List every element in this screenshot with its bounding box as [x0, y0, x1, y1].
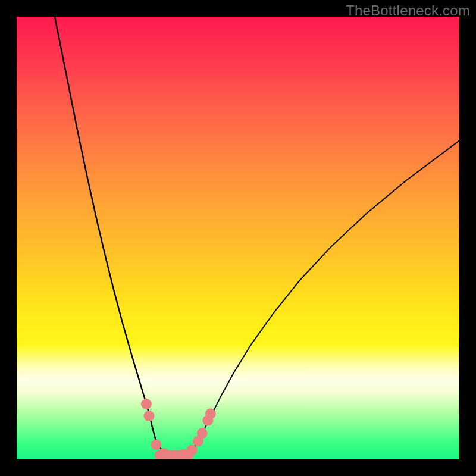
data-marker: [151, 439, 161, 450]
data-marker: [141, 399, 152, 409]
data-marker: [205, 408, 216, 419]
data-marker: [197, 428, 208, 439]
data-marker: [143, 411, 154, 421]
data-marker: [159, 448, 170, 459]
chart-frame: TheBottleneck.com: [0, 0, 476, 476]
plot-area: [17, 17, 459, 459]
left-curve-path: [55, 17, 174, 456]
right-curve-path: [174, 140, 459, 455]
watermark-text: TheBottleneck.com: [346, 2, 470, 19]
curves-layer: [17, 17, 459, 459]
data-marker: [187, 444, 198, 455]
